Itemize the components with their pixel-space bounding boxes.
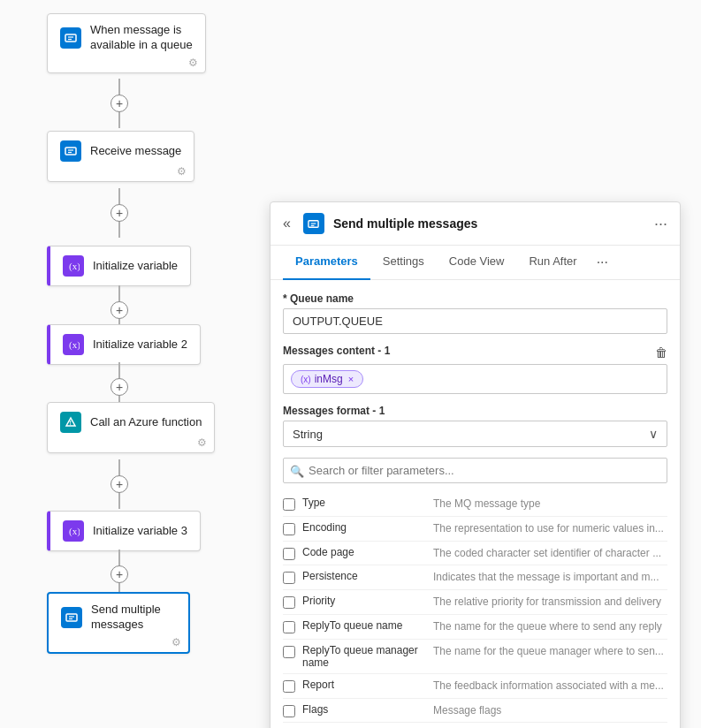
param-row: Group ID A base64 string that represents… <box>283 723 667 728</box>
line-4 <box>118 362 120 378</box>
search-icon: 🔍 <box>290 464 304 477</box>
token-variable-icon: (x) <box>301 375 311 384</box>
svg-text:(x): (x) <box>69 339 80 351</box>
receive-dots: ⚙ <box>177 165 187 178</box>
plus-6[interactable]: + <box>110 565 128 583</box>
line-5b <box>118 493 120 509</box>
param-row: Flags Message flags <box>283 699 667 724</box>
param-checkbox-0[interactable] <box>283 498 295 511</box>
init-var-label: Initialize variable <box>93 259 178 274</box>
var-icon-3: (x) <box>63 520 84 542</box>
line-2 <box>118 188 120 204</box>
param-row: Encoding The representation to use for n… <box>283 517 667 542</box>
messages-content-label-row: Messages content - 1 🗑 <box>283 345 667 360</box>
send-multiple-dots: ⚙ <box>171 636 181 648</box>
init-var3-label: Initialize variable 3 <box>93 524 187 539</box>
param-name-1: Encoding <box>302 521 426 534</box>
param-checkbox-5[interactable] <box>283 621 295 633</box>
node-init-var[interactable]: (x) Initialize variable <box>47 246 191 286</box>
tab-settings[interactable]: Settings <box>370 246 437 280</box>
svg-text:(x): (x) <box>69 526 80 537</box>
azure-fn-icon: f <box>60 412 81 433</box>
param-name-5: ReplyTo queue name <box>302 619 426 632</box>
line-5 <box>118 459 120 475</box>
plus-1[interactable]: + <box>110 95 128 112</box>
node-init-var3[interactable]: (x) Initialize variable 3 <box>47 511 201 551</box>
tab-parameters[interactable]: Parameters <box>283 246 370 280</box>
param-desc-7: The feedback information associated with… <box>433 679 667 694</box>
param-checkbox-1[interactable] <box>283 523 295 535</box>
connector-5: + <box>110 459 128 509</box>
search-wrapper: 🔍 <box>283 458 667 483</box>
svg-rect-0 <box>65 34 76 42</box>
param-desc-0: The MQ message type <box>433 497 667 512</box>
svg-rect-3 <box>65 148 76 155</box>
tab-more-button[interactable]: ··· <box>590 246 615 279</box>
connector-1: + <box>110 79 128 128</box>
messages-content-label: Messages content - 1 <box>283 345 390 357</box>
node-trigger[interactable]: When message is available in a queue ⚙ <box>47 13 206 73</box>
init-var2-label: Initialize variable 2 <box>93 337 187 353</box>
node-azure-fn[interactable]: f Call an Azure function ⚙ <box>47 402 215 453</box>
param-name-3: Persistence <box>302 570 426 582</box>
chevron-down-icon: ∨ <box>649 427 658 441</box>
panel-tabs: Parameters Settings Code View Run After … <box>270 246 680 280</box>
node-init-var2[interactable]: (x) Initialize variable 2 <box>47 324 201 365</box>
param-name-2: Code page <box>302 546 426 558</box>
messages-format-select[interactable]: String ∨ <box>283 421 667 447</box>
panel-collapse-button[interactable]: « <box>283 216 291 231</box>
token-close-button[interactable]: × <box>348 374 354 384</box>
svg-text:f: f <box>70 420 72 426</box>
param-row: Persistence Indicates that the message i… <box>283 565 667 590</box>
connector-2: + <box>110 188 128 238</box>
param-checkbox-6[interactable] <box>283 646 295 658</box>
tab-code-view[interactable]: Code View <box>437 246 517 280</box>
node-send-multiple[interactable]: Send multiple messages ⚙ <box>47 592 190 654</box>
plus-4[interactable]: + <box>110 378 128 396</box>
messages-format-value: String <box>293 428 323 441</box>
param-name-7: Report <box>302 679 426 691</box>
param-checkbox-2[interactable] <box>283 548 295 560</box>
messages-format-label: Messages format - 1 <box>283 405 667 417</box>
trigger-dots: ⚙ <box>188 57 198 69</box>
messages-content-trash[interactable]: 🗑 <box>655 345 667 360</box>
param-checkbox-3[interactable] <box>283 572 295 584</box>
token-label: inMsg <box>315 373 343 385</box>
param-name-6: ReplyTo queue manager name <box>302 644 426 669</box>
param-row: ReplyTo queue name The name for the queu… <box>283 615 667 640</box>
panel-content: * Queue name Messages content - 1 🗑 (x) … <box>270 280 680 728</box>
panel-header: « Send multiple messages ··· <box>270 202 680 246</box>
panel-title: Send multiple messages <box>333 216 645 231</box>
param-desc-5: The name for the queue where to send any… <box>433 619 667 634</box>
plus-5[interactable]: + <box>110 475 128 493</box>
tab-run-after[interactable]: Run After <box>516 246 589 280</box>
trigger-label: When message is available in a queue <box>90 23 193 53</box>
line-1 <box>118 79 120 95</box>
param-checkbox-8[interactable] <box>283 705 295 717</box>
panel-icon <box>303 213 324 234</box>
queue-icon <box>60 27 81 49</box>
plus-2[interactable]: + <box>110 204 128 222</box>
line-3 <box>118 285 120 301</box>
plus-3[interactable]: + <box>110 301 128 319</box>
var-icon-1: (x) <box>63 255 84 277</box>
params-table: Type The MQ message type Encoding The re… <box>283 492 667 728</box>
line-6 <box>118 550 120 565</box>
messages-content-group: Messages content - 1 🗑 (x) inMsg × <box>283 345 667 394</box>
queue-name-input[interactable] <box>283 308 667 334</box>
send-multiple-icon <box>61 607 82 628</box>
var-icon-2: (x) <box>63 334 84 355</box>
panel-more-button[interactable]: ··· <box>654 215 667 233</box>
param-desc-1: The representation to use for numeric va… <box>433 521 667 536</box>
param-name-8: Flags <box>302 703 426 716</box>
svg-rect-11 <box>66 614 77 621</box>
messages-content-box[interactable]: (x) inMsg × <box>283 364 667 394</box>
param-row: Code page The coded character set identi… <box>283 542 667 566</box>
node-receive[interactable]: Receive message ⚙ <box>47 131 194 182</box>
messages-format-group: Messages format - 1 String ∨ <box>283 405 667 447</box>
search-input[interactable] <box>283 458 667 483</box>
send-multiple-label: Send multiple messages <box>91 603 161 633</box>
param-checkbox-7[interactable] <box>283 680 295 693</box>
flow-canvas: When message is available in a queue ⚙ +… <box>0 0 701 728</box>
param-checkbox-4[interactable] <box>283 596 295 609</box>
